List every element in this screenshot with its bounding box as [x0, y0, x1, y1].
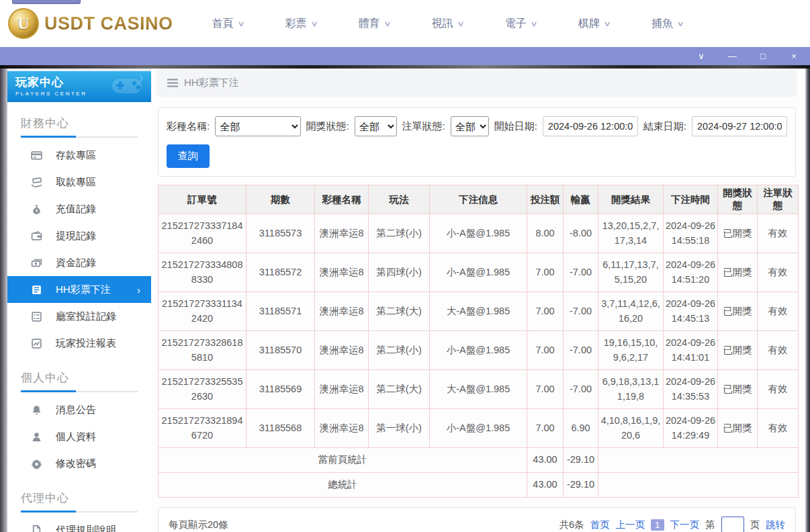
window-collapse-icon[interactable]: ∨: [696, 52, 707, 60]
table-cell: 2152172733218946720: [159, 409, 246, 448]
window-minimize-icon[interactable]: —: [727, 52, 737, 60]
brand-name: USDT CASINO: [44, 13, 173, 34]
window-maximize-icon[interactable]: □: [758, 52, 768, 60]
notice-icon: [31, 404, 42, 416]
window-close-icon[interactable]: ×: [789, 52, 799, 60]
table-cell: 31185570: [246, 331, 315, 370]
prev-page-link[interactable]: 上一页: [615, 519, 645, 531]
sidebar-item-label: 代理規則說明: [56, 524, 116, 532]
chevron-down-icon: ∨: [530, 19, 537, 28]
page-jump-input[interactable]: [721, 517, 744, 532]
gamepad-icon: [109, 75, 144, 100]
nav-item-1[interactable]: 首頁∨: [212, 17, 244, 31]
sidebar-item-profile[interactable]: 個人資料: [7, 423, 151, 450]
column-header: 投注額: [527, 185, 564, 214]
profile-icon: [31, 431, 42, 443]
table-cell: 已開獎: [718, 409, 758, 448]
nav-item-6[interactable]: 棋牌∨: [578, 17, 610, 31]
grand-total-row: 總統計43.00-29.10: [159, 473, 799, 498]
section-underline: [21, 511, 138, 513]
browser-tab-remnant: [12, 0, 81, 4]
sidebar-item-funds-record[interactable]: 資金記錄: [7, 249, 151, 276]
sidebar-item-label: 充值記錄: [56, 203, 96, 216]
lottery-name-select[interactable]: 全部: [215, 116, 300, 136]
table-cell: 2152172733371842460: [159, 214, 246, 253]
chevron-down-icon: ∨: [310, 19, 318, 28]
filter-panel: 彩種名稱: 全部 開獎狀態: 全部 注單狀態: 全部 開始日期: 結束日期: 查…: [158, 107, 796, 177]
start-date-input[interactable]: [543, 116, 638, 136]
nav-item-4[interactable]: 視訊∨: [432, 17, 463, 31]
bet-report-icon: [31, 338, 42, 349]
table-row: 215217273325535263031185569澳洲幸运8第二球(大)大-…: [159, 370, 799, 409]
summary-winloss: -29.10: [564, 473, 598, 498]
search-button[interactable]: 查詢: [167, 144, 210, 168]
sidebar-item-hall-bet-record[interactable]: 廳室投註記錄: [7, 303, 151, 330]
brand-logo[interactable]: U USDT CASINO: [8, 8, 173, 39]
sidebar-item-password[interactable]: 修改密碼: [7, 450, 151, 477]
nav-item-label: 捕魚: [651, 17, 673, 31]
pagination-bar: 每頁顯示20條 共6条 首页 上一页 1 下一页 第 页 跳转: [158, 507, 796, 532]
draw-status-label: 開獎狀態:: [306, 120, 349, 133]
table-cell: 有效: [758, 331, 799, 370]
table-header-row: 訂單號期數彩種名稱玩法下注信息投注額輸贏開獎結果下注時間開獎狀態注單狀態: [159, 185, 799, 214]
table-cell: 小-A盤@1.985: [430, 409, 527, 448]
table-cell: -7.00: [564, 292, 598, 331]
table-cell: 小-A盤@1.985: [430, 331, 527, 370]
next-page-link[interactable]: 下一页: [670, 519, 700, 531]
table-cell: 澳洲幸运8: [315, 331, 369, 370]
table-cell: 7.00: [527, 409, 564, 448]
table-row: 215217273331134242031185571澳洲幸运8第二球(大)大-…: [159, 292, 799, 331]
end-date-input[interactable]: [692, 116, 787, 136]
table-cell: 7.00: [527, 253, 564, 292]
sidebar-item-deposit[interactable]: 存款專區: [7, 142, 151, 169]
column-header: 開獎狀態: [718, 185, 758, 214]
nav-item-label: 視訊: [432, 17, 453, 31]
nav-item-7[interactable]: 捕魚∨: [651, 17, 683, 31]
window-titlebar: ∨ — □ ×: [0, 47, 810, 65]
column-header: 訂單號: [159, 185, 246, 214]
draw-status-select[interactable]: 全部: [355, 116, 397, 136]
table-cell: 2024-09-26 14:29:49: [664, 409, 718, 448]
table-cell: 7.00: [527, 292, 564, 331]
nav-item-2[interactable]: 彩票∨: [285, 17, 317, 31]
table-cell: 2152172733311342420: [159, 292, 246, 331]
section-underline: [21, 136, 138, 138]
first-page-link[interactable]: 首页: [590, 519, 609, 531]
page-total-row: 當前頁統計43.00-29.10: [159, 448, 799, 473]
sidebar-item-notice[interactable]: 消息公告: [7, 396, 151, 423]
nav-item-5[interactable]: 電子∨: [505, 17, 537, 31]
nav-item-label: 首頁: [212, 17, 234, 31]
sidebar-item-bet-report[interactable]: 玩家投注報表: [7, 330, 151, 357]
sidebar-item-recharge-record[interactable]: ¥充值記錄: [7, 195, 151, 222]
table-cell: 有效: [758, 292, 799, 331]
table-cell: 已開獎: [718, 331, 758, 370]
jump-action-link[interactable]: 跳转: [766, 519, 785, 531]
summary-winloss: -29.10: [564, 448, 598, 473]
brand-logo-icon: U: [8, 8, 39, 39]
order-status-select[interactable]: 全部: [451, 116, 489, 136]
top-header: U USDT CASINO 首頁∨彩票∨體育∨視訊∨電子∨棋牌∨捕魚∨: [0, 0, 810, 47]
total-count-text: 共6条: [559, 519, 584, 531]
jump-prefix-text: 第: [705, 519, 715, 531]
sidebar-item-agent-rules[interactable]: 代理規則說明: [7, 517, 151, 532]
deposit-icon: [31, 150, 42, 161]
password-icon: [31, 458, 42, 470]
hamburger-icon[interactable]: [167, 79, 178, 87]
funds-record-icon: [31, 257, 42, 269]
sidebar-item-lottery-bet[interactable]: HH彩票下注›: [7, 276, 151, 303]
table-cell: 7.00: [527, 331, 564, 370]
chevron-down-icon: ∨: [676, 19, 684, 28]
table-cell: 31185568: [246, 409, 315, 448]
agent-rules-icon: [31, 525, 42, 532]
table-row: 215217273321894672031185568澳洲幸运8第一球(小)小-…: [159, 409, 799, 448]
sidebar-item-label: 提現記錄: [56, 230, 96, 242]
table-cell: 第二球(大): [369, 292, 430, 331]
table-cell: 8.00: [527, 214, 564, 253]
table-cell: 2152172733286185810: [159, 331, 246, 370]
sidebar-item-withdrawal-record[interactable]: 提現記錄: [7, 222, 151, 249]
column-header: 下注時間: [664, 185, 718, 214]
sidebar-item-withdraw[interactable]: 取款專區: [7, 169, 151, 195]
table-cell: 2024-09-26 14:41:01: [664, 331, 718, 370]
nav-item-3[interactable]: 體育∨: [359, 17, 390, 31]
table-cell: -7.00: [564, 253, 598, 292]
